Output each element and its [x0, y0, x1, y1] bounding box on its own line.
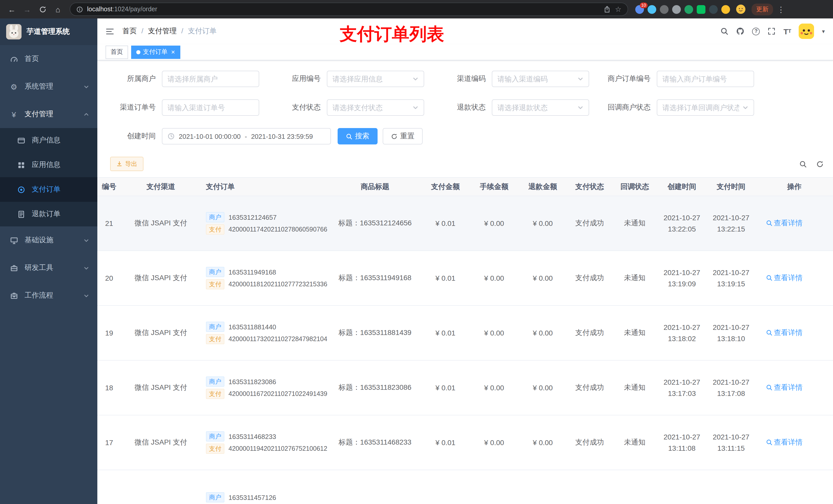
col-notify: 回调状态 [612, 177, 657, 196]
github-icon[interactable] [736, 27, 745, 35]
browser-forward-button[interactable]: → [21, 3, 34, 16]
cell-title: 标题：1635312124656 [329, 196, 421, 251]
channel-order-no-input[interactable] [168, 103, 254, 112]
filter-label: 渠道编码 [435, 74, 492, 83]
sidebar-item-label: 支付管理 [25, 110, 53, 119]
search-icon[interactable] [720, 27, 729, 35]
share-icon[interactable] [604, 6, 611, 13]
tab-pay-order[interactable]: 支付订单 × [131, 45, 180, 58]
filter-label: 退款状态 [435, 103, 492, 112]
tab-home[interactable]: 首页 [105, 45, 128, 58]
owner-merchant-input[interactable] [168, 75, 254, 83]
cell-notify: 未通知 [612, 196, 657, 251]
browser-profile-avatar[interactable] [736, 5, 745, 14]
breadcrumb-pay[interactable]: 支付管理 [137, 27, 177, 36]
sidebar-item-system[interactable]: ⚙ 系统管理 [0, 73, 97, 100]
breadcrumb-current: 支付订单 [177, 27, 217, 36]
view-detail-link[interactable]: 查看详情 [766, 383, 803, 392]
cell-pay-order: 商户 1635311823086 支付 42000011672021102710… [201, 360, 329, 415]
site-info-icon[interactable] [76, 6, 83, 13]
merchant-order-no: 1635311457126 [229, 494, 276, 501]
filter-channel-code: 渠道编码 [435, 71, 600, 87]
reset-button[interactable]: 重置 [383, 128, 423, 144]
pay-order-no: 4200001174202110278060590766 [229, 226, 327, 233]
channel-code-select[interactable] [497, 75, 574, 83]
export-button[interactable]: 导出 [110, 157, 143, 171]
app-no-select[interactable] [332, 75, 409, 83]
table-refresh-icon[interactable] [816, 160, 824, 168]
sidebar-item-dev-tool[interactable]: 研发工具 [0, 254, 97, 282]
cell-action: 查看详情 [756, 196, 833, 251]
extension-icon[interactable] [721, 5, 730, 14]
close-icon[interactable]: × [171, 49, 175, 55]
tags-view: 首页 支付订单 × [97, 44, 833, 61]
browser-home-button[interactable]: ⌂ [51, 3, 65, 16]
refund-status-select[interactable] [497, 103, 574, 112]
date-range-picker[interactable]: 2021-10-01 00:00:00 - 2021-10-31 23:59:5… [162, 128, 331, 144]
extension-icon[interactable] [685, 5, 693, 14]
merchant-order-line: 商户 1635312124657 [206, 212, 329, 222]
extension-icon[interactable] [647, 5, 656, 14]
chevron-down-icon [742, 104, 748, 111]
sidebar-item-merchant-info[interactable]: 商户信息 [0, 128, 97, 153]
filter-label: 商户订单编号 [600, 74, 657, 83]
browser-back-button[interactable]: ← [5, 3, 19, 16]
caret-down-icon[interactable]: ▾ [822, 28, 825, 34]
sidebar-item-refund-order[interactable]: 退款订单 [0, 202, 97, 226]
grid-icon [15, 161, 27, 169]
cell-fee: ¥ 0.00 [470, 196, 519, 251]
hamburger-icon[interactable] [105, 27, 114, 35]
extension-icon[interactable] [672, 5, 681, 14]
view-detail-link[interactable]: 查看详情 [766, 438, 803, 447]
sidebar-item-app-info[interactable]: 应用信息 [0, 153, 97, 177]
cell-refund: ¥ 0.00 [519, 196, 567, 251]
pay-status-select[interactable] [332, 103, 409, 112]
extension-icon[interactable] [697, 5, 706, 14]
search-button[interactable]: 搜索 [338, 128, 378, 144]
filter-label: 支付状态 [270, 103, 327, 112]
extension-icon[interactable]: 10 [635, 5, 644, 14]
merchant-tag: 商户 [206, 212, 224, 222]
browser-update-button[interactable]: 更新 [752, 3, 773, 15]
cell-channel [121, 470, 201, 504]
sidebar-logo[interactable]: 芋道管理系统 [0, 19, 97, 45]
col-fee: 手续金额 [470, 177, 519, 196]
cell-notify: 未通知 [612, 415, 657, 470]
extension-icon[interactable] [660, 5, 669, 14]
cell-pay-order: 商户 1635311949168 支付 42000011812021102777… [201, 251, 329, 306]
sidebar-item-home[interactable]: 首页 [0, 45, 97, 73]
notify-status-select[interactable] [662, 103, 739, 112]
cell-id: 19 [97, 306, 121, 360]
extension-icon[interactable] [709, 5, 718, 14]
filter-owner-merchant: 所属商户 [105, 71, 270, 87]
cell-refund: ¥ 0.00 [519, 251, 567, 306]
view-detail-link[interactable]: 查看详情 [766, 219, 803, 228]
help-icon[interactable]: ? [752, 27, 760, 35]
sidebar-item-infra[interactable]: 基础设施 [0, 226, 97, 254]
user-avatar[interactable] [799, 24, 814, 39]
merchant-order-line: 商户 1635311823086 [206, 377, 329, 387]
sidebar-item-workflow[interactable]: 工作流程 [0, 282, 97, 309]
address-bar[interactable]: localhost:1024/pay/order ☆ [70, 3, 628, 16]
breadcrumb-home[interactable]: 首页 [122, 27, 137, 36]
browser-menu-icon[interactable]: ⋮ [777, 5, 785, 13]
merchant-order-no-input[interactable] [662, 75, 748, 83]
merchant-tag: 商户 [206, 322, 224, 332]
sidebar-item-pay-order[interactable]: 支付订单 [0, 177, 97, 202]
sidebar-item-pay[interactable]: ¥ 支付管理 [0, 100, 97, 128]
fullscreen-icon[interactable] [768, 27, 776, 35]
pay-no-line: 支付 4200001174202110278060590766 [206, 224, 329, 235]
view-detail-link[interactable]: 查看详情 [766, 273, 803, 283]
col-id: 编号 [97, 177, 121, 196]
pay-tag: 支付 [206, 224, 224, 235]
pay-order-no: 4200001167202110271022491439 [229, 390, 327, 398]
yen-icon: ¥ [8, 111, 20, 118]
merchant-order-no: 1635312124657 [229, 213, 277, 221]
view-detail-link[interactable]: 查看详情 [766, 328, 803, 338]
search-button-label: 搜索 [355, 131, 370, 141]
browser-reload-button[interactable] [36, 3, 49, 16]
font-size-icon[interactable]: TT [784, 27, 791, 35]
circle-dot-icon [15, 186, 27, 193]
bookmark-star-icon[interactable]: ☆ [615, 6, 621, 13]
table-search-icon[interactable] [799, 160, 807, 168]
